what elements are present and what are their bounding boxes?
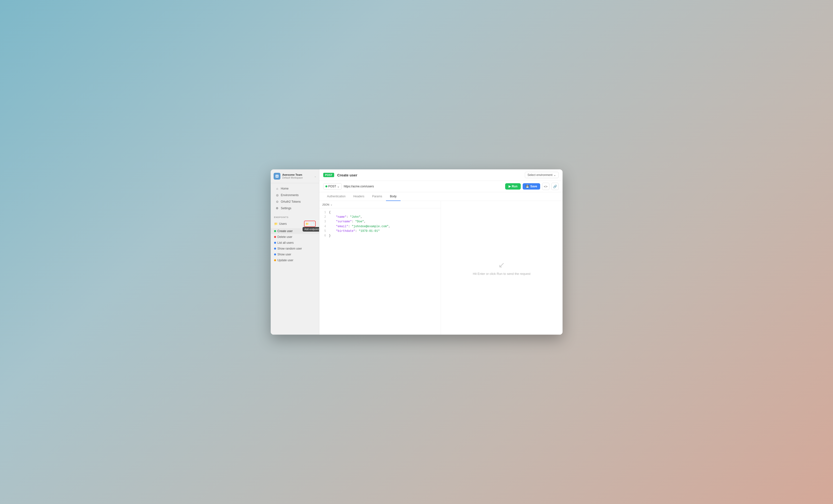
add-endpoint-tooltip-area: 📁 📄 Add endpoint xyxy=(304,221,316,227)
top-bar: POST Create user Select environment ⌄ xyxy=(319,169,563,181)
sidebar-item-environments[interactable]: ◎ Environments xyxy=(272,192,318,198)
endpoint-update-user[interactable]: Update user xyxy=(271,257,319,263)
response-panel: ↙ Hit Enter or click Run to send the req… xyxy=(441,201,563,335)
url-input[interactable] xyxy=(344,184,503,189)
code-line-1: 1 { xyxy=(322,210,438,215)
sidebar-item-settings[interactable]: ⚙ Settings xyxy=(272,205,318,211)
editor-area: JSON ⌄ 1 { 2 "name": "John", 3 "surna xyxy=(319,201,563,335)
code-line-5: 5 "birthdate": "1970-01-01" xyxy=(322,229,438,233)
chevron-down-icon: ⌄ xyxy=(330,203,332,206)
nav-section: ⌂ Home ◎ Environments ⊙ OAuth2 Tokens ⚙ … xyxy=(271,183,319,213)
save-label: Save xyxy=(530,185,537,188)
sidebar-item-oauth2[interactable]: ⊙ OAuth2 Tokens xyxy=(272,199,318,205)
home-icon: ⌂ xyxy=(276,187,279,190)
empty-state-message: Hit Enter or click Run to send the reque… xyxy=(473,272,530,276)
chevron-down-icon: ⌄ xyxy=(314,175,316,178)
code-line-4: 4 "email": "johndoe@example.com", xyxy=(322,224,438,229)
collection-name: Users xyxy=(279,222,287,226)
chevron-down-icon: ⌄ xyxy=(337,185,339,188)
method-dot-orange xyxy=(274,259,276,261)
method-dot-blue xyxy=(274,248,276,250)
add-endpoint-button[interactable]: 📄 xyxy=(310,222,315,226)
code-line-3: 3 "surname": "Doe", xyxy=(322,220,438,224)
method-indicator xyxy=(326,185,327,187)
run-label: Run xyxy=(512,185,517,188)
tab-headers[interactable]: Headers xyxy=(350,192,368,201)
tab-body[interactable]: Body xyxy=(386,192,400,201)
endpoints-section: ENDPOINTS 📁 Users 📁 📄 Add endpoint xyxy=(271,213,319,335)
endpoint-show-random-user[interactable]: Show random user xyxy=(271,246,319,252)
endpoint-delete-user[interactable]: Delete user xyxy=(271,234,319,240)
endpoint-list-all-users[interactable]: List all users xyxy=(271,240,319,246)
json-format-select[interactable]: JSON ⌄ xyxy=(319,201,441,208)
save-button[interactable]: 💾 Save xyxy=(523,183,540,190)
endpoint-label: List all users xyxy=(278,241,294,245)
endpoint-label: Create user xyxy=(278,229,293,233)
link-button[interactable]: 🔗 xyxy=(551,183,558,190)
nav-environments-label: Environments xyxy=(281,194,299,197)
select-environment[interactable]: Select environment ⌄ xyxy=(525,172,558,178)
method-dot-blue xyxy=(274,242,276,244)
code-line-6: 6 } xyxy=(322,233,438,238)
method-dot-green xyxy=(274,230,276,232)
code-view-button[interactable]: <> xyxy=(542,183,549,190)
folder-icon: 📁 xyxy=(274,222,278,226)
tab-params[interactable]: Params xyxy=(368,192,386,201)
endpoint-label: Show random user xyxy=(278,247,302,250)
sidebar-item-home[interactable]: ⌂ Home xyxy=(272,185,318,192)
workspace-header[interactable]: Awesome Team Default Workspace ⌄ xyxy=(271,169,319,183)
app-window: Awesome Team Default Workspace ⌄ ⌂ Home … xyxy=(271,169,563,335)
endpoints-section-label: ENDPOINTS xyxy=(271,213,319,220)
code-editor[interactable]: 1 { 2 "name": "John", 3 "surname": "Doe"… xyxy=(319,208,441,240)
run-button[interactable]: ▶ Run xyxy=(505,183,521,190)
json-editor-panel: JSON ⌄ 1 { 2 "name": "John", 3 "surna xyxy=(319,201,441,335)
save-icon: 💾 xyxy=(526,185,529,188)
add-folder-button[interactable]: 📁 xyxy=(305,222,309,226)
add-endpoint-tooltip: Add endpoint xyxy=(303,227,319,232)
code-icon: <> xyxy=(544,185,547,188)
oauth2-icon: ⊙ xyxy=(276,200,279,203)
team-name: Awesome Team xyxy=(282,173,312,176)
endpoint-label: Show user xyxy=(278,253,291,256)
users-collection[interactable]: 📁 Users xyxy=(274,222,304,226)
select-env-label: Select environment xyxy=(527,173,553,177)
settings-icon: ⚙ xyxy=(276,206,279,210)
sidebar: Awesome Team Default Workspace ⌄ ⌂ Home … xyxy=(271,169,319,335)
workspace-info: Awesome Team Default Workspace xyxy=(282,173,312,179)
add-endpoint-controls: 📁 📄 Add endpoint xyxy=(305,222,315,226)
main-content: POST Create user Select environment ⌄ PO… xyxy=(319,169,563,335)
endpoint-show-user[interactable]: Show user xyxy=(271,252,319,257)
method-dot-red xyxy=(274,236,276,238)
nav-oauth2-label: OAuth2 Tokens xyxy=(281,200,301,203)
tab-authentication[interactable]: Authentication xyxy=(323,192,350,201)
endpoint-label: Update user xyxy=(278,258,293,262)
method-label: POST xyxy=(328,185,336,188)
empty-state-icon: ↙ xyxy=(498,260,505,270)
endpoint-title: Create user xyxy=(337,173,522,177)
nav-settings-label: Settings xyxy=(281,206,291,210)
method-select[interactable]: POST ⌄ xyxy=(323,183,342,190)
method-badge: POST xyxy=(323,173,334,177)
workspace-icon xyxy=(273,173,280,180)
environments-icon: ◎ xyxy=(276,194,279,197)
code-line-2: 2 "name": "John", xyxy=(322,215,438,220)
users-collection-row: 📁 Users 📁 📄 Add endpoint xyxy=(271,220,319,228)
method-dot-blue xyxy=(274,253,276,255)
workspace-name: Default Workspace xyxy=(282,176,312,179)
nav-home-label: Home xyxy=(281,187,289,190)
link-icon: 🔗 xyxy=(553,185,557,188)
tabs-bar: Authentication Headers Params Body xyxy=(319,192,563,201)
play-icon: ▶ xyxy=(508,185,511,188)
endpoint-label: Delete user xyxy=(278,235,292,238)
json-format-label: JSON xyxy=(322,203,329,206)
chevron-down-icon: ⌄ xyxy=(553,173,556,177)
url-bar: POST ⌄ ▶ Run 💾 Save <> 🔗 xyxy=(319,181,563,192)
